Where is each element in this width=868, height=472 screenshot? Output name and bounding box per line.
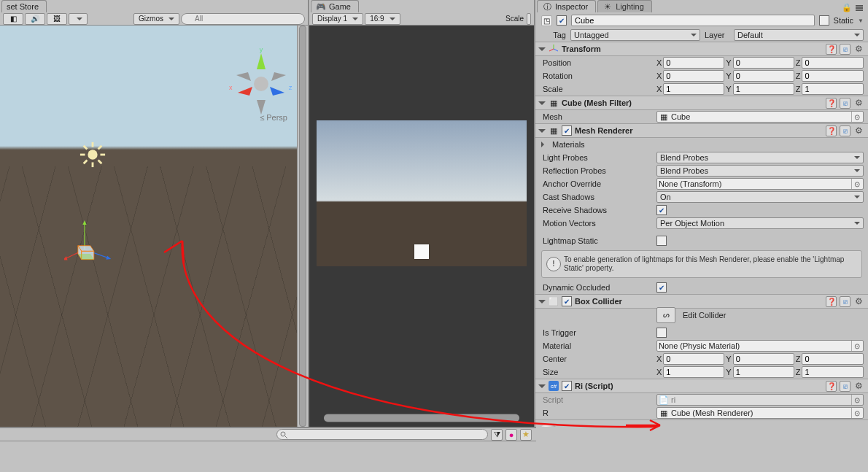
gear-icon[interactable]: ⚙ — [853, 381, 864, 391]
physic-material-slot[interactable]: None (Physic Material)⊙ — [656, 340, 864, 352]
object-picker-icon[interactable]: ⊙ — [851, 112, 861, 122]
fx-dropdown[interactable] — [69, 13, 88, 25]
gear-icon[interactable]: ⚙ — [853, 125, 864, 136]
object-picker-icon[interactable]: ⊙ — [851, 408, 861, 418]
rotation-x[interactable] — [663, 70, 724, 82]
orientation-gizmo[interactable]: y z x — [225, 47, 298, 120]
r-slot[interactable]: ▦Cube (Mesh Renderer)⊙ — [656, 407, 864, 419]
static-checkbox[interactable] — [819, 15, 829, 26]
lightmap-static-checkbox[interactable] — [656, 236, 667, 246]
position-y[interactable] — [733, 57, 794, 69]
scroll-thumb[interactable] — [324, 414, 519, 422]
layer-dropdown[interactable]: Default — [734, 29, 864, 41]
preset-icon[interactable]: ⎚ — [840, 381, 850, 392]
is-trigger-checkbox[interactable] — [656, 328, 667, 338]
receive-shadows-checkbox[interactable] — [656, 205, 667, 215]
motion-vectors-dropdown[interactable]: Per Object Motion — [656, 217, 864, 229]
shaded-mode-dropdown[interactable]: ◧ — [3, 13, 23, 25]
script-header[interactable]: c# Ri (Script) ❓⎚⚙ — [535, 379, 868, 393]
filter-icon[interactable]: ⧩ — [491, 429, 503, 441]
svg-marker-2 — [270, 87, 284, 96]
edit-collider-button[interactable]: ᔕ — [656, 307, 675, 323]
material-header[interactable]: Default-Material ❓⚙ — [535, 419, 868, 427]
position-x[interactable] — [663, 57, 724, 69]
gameobject-name-field[interactable] — [571, 15, 815, 26]
gameobject-icon[interactable]: ◳ — [541, 15, 552, 26]
help-icon[interactable]: ❓ — [826, 125, 837, 136]
center-z[interactable] — [802, 353, 864, 365]
display-dropdown[interactable]: Display 1 — [312, 13, 363, 25]
light-probes-dropdown[interactable]: Blend Probes — [656, 152, 864, 163]
panel-menu-icon[interactable] — [855, 4, 864, 12]
rotation-y[interactable] — [733, 70, 794, 82]
help-icon[interactable]: ❓ — [826, 98, 837, 109]
scale-y[interactable] — [733, 83, 794, 95]
transform-header[interactable]: Transform ❓ ⎚ ⚙ — [535, 42, 868, 56]
reflection-probes-dropdown[interactable]: Blend Probes — [656, 165, 864, 177]
mesh-slot[interactable]: ▦Cube⊙ — [656, 111, 864, 123]
game-hscroll[interactable] — [324, 414, 519, 422]
fold-icon[interactable] — [538, 47, 546, 55]
size-x[interactable] — [663, 366, 724, 378]
selected-cube[interactable] — [64, 218, 114, 268]
tag-dropdown[interactable]: Untagged — [570, 29, 700, 41]
position-z[interactable] — [802, 57, 864, 69]
meshfilter-header[interactable]: ▦ Cube (Mesh Filter) ❓⎚⚙ — [535, 96, 868, 110]
center-x[interactable] — [663, 353, 724, 365]
scale-z[interactable] — [802, 83, 864, 95]
dynamic-occluded-checkbox[interactable] — [656, 282, 667, 293]
fold-icon[interactable] — [538, 129, 546, 136]
fold-icon[interactable] — [538, 101, 546, 109]
boxcollider-enabled-checkbox[interactable] — [562, 296, 572, 306]
directional-light-icon[interactable] — [79, 141, 106, 169]
object-picker-icon[interactable]: ⊙ — [851, 179, 861, 189]
tab-lighting[interactable]: ☀Lighting — [597, 0, 652, 12]
2d-toggle[interactable]: 🔊 — [25, 13, 45, 25]
scene-vscroll[interactable] — [297, 26, 308, 427]
scale-x[interactable] — [663, 83, 724, 95]
aspect-dropdown[interactable]: 16:9 — [365, 13, 400, 25]
size-z[interactable] — [802, 366, 864, 378]
star-icon[interactable]: ★ — [520, 429, 532, 441]
tab-asset-store[interactable]: set Store — [1, 0, 47, 12]
tab-game[interactable]: 🎮Game — [311, 0, 359, 12]
help-icon[interactable]: ❓ — [826, 381, 837, 392]
preset-icon[interactable]: ⎚ — [840, 44, 850, 55]
fold-icon[interactable] — [538, 300, 546, 307]
gear-icon[interactable]: ⚙ — [853, 44, 864, 54]
scene-view[interactable]: y z x Persp — [0, 26, 308, 427]
boxcollider-header[interactable]: ⬜ Box Collider ❓⎚⚙ — [535, 294, 868, 309]
object-picker-icon[interactable]: ⊙ — [851, 341, 861, 351]
meshrenderer-header[interactable]: ▦ Mesh Renderer ❓⎚⚙ — [535, 123, 868, 138]
tab-inspector[interactable]: ⓘInspector — [537, 0, 596, 12]
scale-slider[interactable] — [527, 13, 531, 25]
gear-icon[interactable]: ⚙ — [647, 427, 657, 427]
size-y[interactable] — [733, 366, 794, 378]
lighting-toggle[interactable]: 🖼 — [47, 13, 67, 25]
meshrenderer-enabled-checkbox[interactable] — [562, 125, 572, 136]
gear-icon[interactable]: ⚙ — [853, 296, 864, 306]
anchor-override-slot[interactable]: None (Transform)⊙ — [656, 178, 864, 190]
scene-search[interactable] — [181, 13, 305, 25]
scroll-thumb[interactable] — [299, 26, 306, 427]
gear-icon[interactable]: ⚙ — [853, 98, 864, 108]
gizmos-dropdown[interactable]: Gizmos — [133, 13, 179, 25]
game-view[interactable] — [309, 26, 534, 427]
object-picker-icon[interactable]: ⊙ — [851, 395, 861, 405]
script-enabled-checkbox[interactable] — [562, 381, 572, 391]
lock-icon[interactable]: 🔒 — [842, 3, 852, 12]
rotation-z[interactable] — [802, 70, 864, 82]
help-icon[interactable]: ❓ — [826, 296, 837, 307]
preset-icon[interactable]: ⎚ — [840, 296, 850, 307]
static-dropdown-icon[interactable]: ▼ — [858, 18, 864, 24]
gameobject-enabled-checkbox[interactable] — [557, 15, 567, 26]
project-search[interactable] — [276, 429, 488, 440]
fold-icon[interactable] — [541, 142, 547, 147]
fold-icon[interactable] — [538, 384, 546, 392]
cast-shadows-dropdown[interactable]: On — [656, 191, 864, 203]
favorite-icon[interactable]: ● — [505, 429, 517, 441]
preset-icon[interactable]: ⎚ — [840, 98, 850, 109]
center-y[interactable] — [733, 353, 794, 365]
preset-icon[interactable]: ⎚ — [840, 125, 850, 136]
help-icon[interactable]: ❓ — [826, 44, 837, 55]
